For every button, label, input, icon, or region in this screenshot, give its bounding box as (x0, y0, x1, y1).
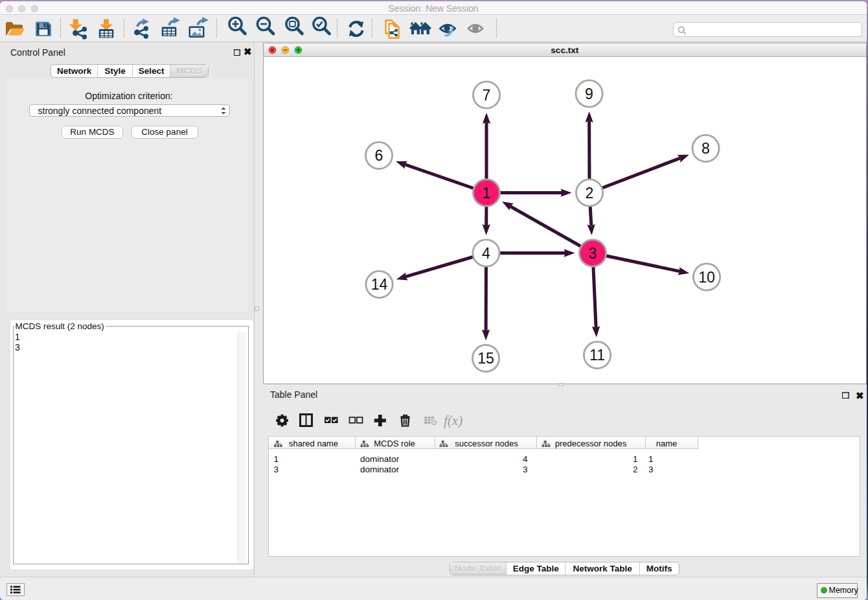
svg-text:MCDS role: MCDS role (374, 438, 415, 448)
svg-text:shared name: shared name (289, 438, 338, 448)
svg-text:11: 11 (589, 347, 605, 363)
svg-text:10: 10 (698, 269, 715, 286)
svg-text:predecessor nodes: predecessor nodes (554, 438, 626, 448)
svg-text:f(x): f(x) (444, 413, 463, 428)
svg-text:2: 2 (586, 185, 594, 202)
svg-text:8: 8 (702, 140, 710, 157)
svg-text:9: 9 (585, 86, 593, 102)
svg-text:name: name (656, 438, 677, 448)
svg-text:14: 14 (371, 276, 388, 293)
svg-text:7: 7 (483, 87, 491, 104)
svg-text:successor nodes: successor nodes (455, 438, 518, 448)
svg-text:6: 6 (375, 147, 383, 164)
svg-text:1: 1 (483, 185, 491, 202)
svg-text:3: 3 (589, 245, 597, 262)
svg-text:4: 4 (482, 245, 490, 262)
svg-text:15: 15 (477, 350, 494, 367)
